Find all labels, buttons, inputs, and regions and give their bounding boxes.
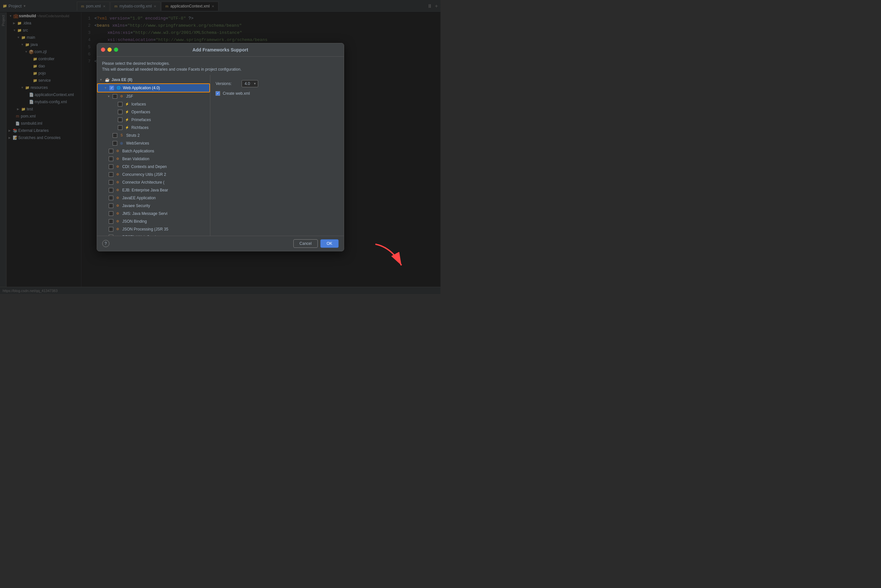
create-webxml-checkbox[interactable]: ✓ <box>216 91 220 96</box>
javaee-app-icon: ⚙ <box>115 195 120 201</box>
modal-footer: ? Cancel OK <box>97 236 344 251</box>
arrow-annotation <box>372 241 411 274</box>
versions-select-wrapper: 4.0 3.1 3.0 2.5 ▼ <box>241 80 258 87</box>
javaee-app-checkbox[interactable] <box>109 196 113 200</box>
framework-struts2[interactable]: S Struts 2 <box>97 132 210 140</box>
bean-validation-checkbox[interactable] <box>109 157 113 161</box>
ok-button[interactable]: OK <box>321 239 338 248</box>
openfaces-icon: ⚡ <box>124 110 130 115</box>
richfaces-icon: ⚡ <box>124 125 130 130</box>
bean-validation-icon: ⚙ <box>115 156 120 162</box>
jsf-expand-arrow: ▼ <box>108 95 111 98</box>
framework-list: ▼ ☕ Java EE (8) ▼ ✓ 🌐 Web Application (4… <box>97 75 211 236</box>
icefaces-checkbox[interactable] <box>118 102 123 106</box>
framework-jms[interactable]: ⚙ JMS: Java Message Servi <box>97 210 210 218</box>
versions-select[interactable]: 4.0 3.1 3.0 2.5 <box>241 80 258 87</box>
maximize-button[interactable] <box>114 48 118 52</box>
jsf-icon: ⚙ <box>119 94 124 99</box>
java-ee-header[interactable]: ▼ ☕ Java EE (8) <box>97 76 210 83</box>
framework-primefaces[interactable]: ⚡ Primefaces <box>97 116 210 124</box>
traffic-lights <box>101 48 118 52</box>
framework-web-application[interactable]: ▼ ✓ 🌐 Web Application (4.0) <box>97 83 210 93</box>
create-webxml-row[interactable]: ✓ Create web.xml <box>216 91 338 96</box>
framework-javaee-app[interactable]: ⚙ JavaEE Application <box>97 194 210 202</box>
json-binding-icon: ⚙ <box>115 219 120 224</box>
concurrency-icon: ⚙ <box>115 172 120 177</box>
javaee-security-checkbox[interactable] <box>109 204 113 208</box>
web-app-checkbox[interactable]: ✓ <box>109 86 114 90</box>
modal-description: Please select the desired technologies. … <box>97 57 344 75</box>
icefaces-icon: ⚡ <box>124 102 130 107</box>
javaee-security-icon: ⚙ <box>115 203 120 208</box>
modal-overlay: Add Frameworks Support Please select the… <box>0 0 440 294</box>
create-webxml-label: Create web.xml <box>223 91 250 96</box>
framework-json-binding[interactable]: ⚙ JSON Binding <box>97 218 210 225</box>
jms-icon: ⚙ <box>115 211 120 216</box>
ejb-icon: ⚙ <box>115 188 120 193</box>
versions-label: Versions: <box>216 81 238 86</box>
framework-ejb[interactable]: ⚙ EJB: Enterprise Java Bear <box>97 186 210 194</box>
minimize-button[interactable] <box>108 48 112 52</box>
framework-restful[interactable]: ⚙ RESTful Web Service <box>97 233 210 236</box>
modal-title: Add Frameworks Support <box>192 47 248 52</box>
framework-cdi[interactable]: ⚙ CDI: Contexts and Depen <box>97 163 210 171</box>
cancel-button[interactable]: Cancel <box>293 239 318 248</box>
versions-row: Versions: 4.0 3.1 3.0 2.5 ▼ <box>216 80 338 87</box>
framework-richfaces[interactable]: ⚡ Richfaces <box>97 124 210 132</box>
framework-jsf[interactable]: ▼ ⚙ JSF <box>97 93 210 100</box>
framework-concurrency[interactable]: ⚙ Concurrency Utils (JSR 2 <box>97 171 210 178</box>
webservices-checkbox[interactable] <box>112 141 117 146</box>
modal-titlebar: Add Frameworks Support <box>97 43 344 57</box>
modal-body: ▼ ☕ Java EE (8) ▼ ✓ 🌐 Web Application (4… <box>97 75 344 236</box>
connector-icon: ⚙ <box>115 180 120 185</box>
struts2-icon: S <box>119 133 124 138</box>
footer-buttons: Cancel OK <box>293 239 339 248</box>
connector-checkbox[interactable] <box>109 180 113 184</box>
primefaces-checkbox[interactable] <box>118 117 123 122</box>
framework-webservices[interactable]: ◎ WebServices <box>97 140 210 147</box>
add-frameworks-modal: Add Frameworks Support Please select the… <box>97 43 344 251</box>
framework-batch[interactable]: ⚙ Batch Applications <box>97 147 210 155</box>
framework-icefaces[interactable]: ⚡ Icefaces <box>97 100 210 108</box>
jsf-checkbox[interactable] <box>112 94 117 99</box>
batch-checkbox[interactable] <box>109 149 113 153</box>
json-processing-checkbox[interactable] <box>109 227 113 231</box>
concurrency-checkbox[interactable] <box>109 172 113 177</box>
primefaces-icon: ⚡ <box>124 117 130 122</box>
config-panel: Versions: 4.0 3.1 3.0 2.5 ▼ ✓ Create web… <box>210 75 343 236</box>
framework-openfaces[interactable]: ⚡ Openfaces <box>97 108 210 116</box>
framework-bean-validation[interactable]: ⚙ Bean Validation <box>97 155 210 163</box>
json-processing-icon: ⚙ <box>115 226 120 232</box>
webservices-icon: ◎ <box>119 141 124 146</box>
json-binding-checkbox[interactable] <box>109 219 113 224</box>
java-ee-icon: ☕ <box>105 78 110 82</box>
web-app-expand-arrow: ▼ <box>104 86 108 90</box>
close-button[interactable] <box>101 48 105 52</box>
cdi-icon: ⚙ <box>115 164 120 169</box>
jms-checkbox[interactable] <box>109 211 113 216</box>
framework-connector[interactable]: ⚙ Connector Architecture ( <box>97 178 210 186</box>
framework-javaee-security[interactable]: ⚙ Javaee Security <box>97 202 210 210</box>
ejb-checkbox[interactable] <box>109 188 113 192</box>
web-app-icon: 🌐 <box>116 85 121 90</box>
richfaces-checkbox[interactable] <box>118 125 123 130</box>
java-ee-arrow: ▼ <box>100 78 103 81</box>
cdi-checkbox[interactable] <box>109 164 113 169</box>
help-button[interactable]: ? <box>102 240 109 247</box>
struts2-checkbox[interactable] <box>112 133 117 138</box>
openfaces-checkbox[interactable] <box>118 110 123 114</box>
batch-icon: ⚙ <box>115 148 120 154</box>
framework-json-processing[interactable]: ⚙ JSON Processing (JSR 35 <box>97 225 210 233</box>
